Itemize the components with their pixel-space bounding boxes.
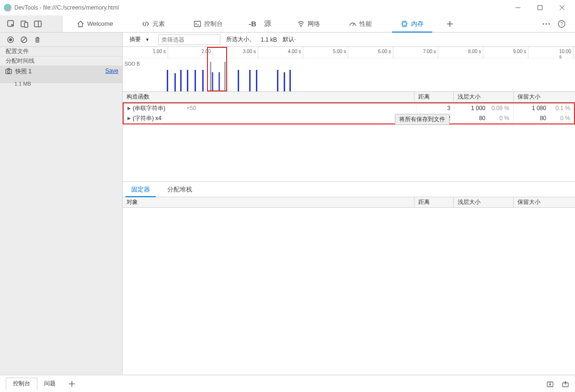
add-tab-button[interactable] [438,15,462,32]
class-filter-input[interactable] [158,34,220,45]
tabs-left-icons [0,15,62,32]
console-icon [194,20,201,28]
status-bar: 控制台 问题 [0,375,575,392]
col-shallow-lower[interactable]: 浅层大小 [454,197,514,207]
devtools-tabs: Welcome 元素 控制台 -B 源 网络 性能 内存 ? [0,15,575,33]
col-retained[interactable]: 保留大小 [514,92,575,102]
lower-table-header: 对象 距离 浅层大小 保留大小 [123,197,575,208]
svg-point-23 [543,23,544,24]
time-tick: 10.00 s [559,49,573,59]
tab-performance[interactable]: 性能 [334,15,386,32]
tab-network-label: 网络 [308,20,320,28]
row-name: (串联字符串) [133,104,165,112]
window-title: DevTools - file:///C:/screens/memory.htm… [14,4,119,11]
col-shallow[interactable]: 浅层大小 [454,92,514,102]
svg-line-11 [353,23,354,26]
tab-elements[interactable]: 元素 [127,15,179,32]
status-add[interactable] [62,378,81,390]
table-row[interactable]: ▶(串联字符串)×50 3 1 0000.09 % 1 0800.1 % [124,102,574,113]
col-constructor[interactable]: 构造函数 [123,92,414,102]
row-retained: 1 080 [532,105,546,112]
more-icon[interactable] [542,23,550,25]
svg-point-29 [9,38,12,41]
tab-sources[interactable]: -B 源 [237,15,283,32]
snapshot-name: 快照 1 [15,67,32,76]
delete-icon[interactable] [34,36,41,44]
minimize-button[interactable] [507,0,529,15]
time-tick: 4.00 s [288,49,303,54]
gauge-icon [349,20,356,28]
sources-prefix: -B [249,20,256,28]
svg-text:?: ? [560,22,563,27]
col-retained-lower[interactable]: 保留大小 [514,197,575,207]
svg-rect-6 [24,22,28,27]
filter-default-text: 默认· [283,35,296,44]
tab-memory-label: 内存 [411,20,424,28]
save-all-tooltip: 将所有保存到文件 [395,114,449,125]
tab-welcome[interactable]: Welcome [62,15,127,32]
wifi-icon [297,20,305,28]
memory-content: 摘要 所选大小。 1.1 kB 默认· 1.00 s 2.00 3.00 s 4… [123,33,575,375]
record-icon[interactable] [7,36,14,44]
tab-console-label: 控制台 [204,20,223,28]
time-tick: 5.00 s [333,49,348,54]
svg-line-31 [22,38,26,42]
time-tick: 6.00 s [378,49,393,54]
tab-retainers[interactable]: 固定器 [123,182,159,197]
help-icon[interactable]: ? [558,20,565,28]
tab-memory[interactable]: 内存 [386,15,438,32]
sidebar-toolbar [0,33,122,47]
window-title-bar: DevTools - file:///C:/screens/memory.htm… [0,0,575,15]
row-dist: 3 [447,105,450,112]
timeline-selection[interactable] [207,47,227,91]
filter-bar: 摘要 所选大小。 1.1 kB 默认· [123,33,575,47]
app-logo-icon [4,4,12,11]
table-row[interactable]: ▶(字符串) x4 12 800 % 800 % [124,113,574,123]
chip-icon [401,20,408,28]
col-distance-lower[interactable]: 距离 [414,197,454,207]
selected-size-label: 所选大小。 [226,35,255,44]
profiles-sidebar: 配置文件 分配时间线 快照 1 1.1 MB Save [0,33,123,375]
time-tick: 9.00 s [513,49,528,54]
snapshot-save-link[interactable]: Save [105,67,118,74]
svg-rect-7 [34,21,41,27]
time-tick: 1.00 s [153,49,168,54]
svg-rect-1 [538,6,542,10]
clear-icon[interactable] [20,36,28,44]
expand-arrow-icon[interactable]: ▶ [127,106,131,111]
snapshot-item[interactable]: 快照 1 1.1 MB Save [0,66,122,83]
home-icon [77,20,84,28]
col-distance[interactable]: 距离 [414,92,454,102]
expand-arrow-icon[interactable]: ▶ [127,116,131,121]
upload-icon[interactable] [562,380,569,388]
export-icon[interactable] [546,380,554,388]
profile-files-heading: 配置文件 [0,47,122,56]
tab-performance-label: 性能 [359,20,372,28]
row-retained-pct: 0.1 % [550,105,570,112]
row-shallow-pct: 0.09 % [489,105,509,112]
tab-alloc-stack[interactable]: 分配堆栈 [159,182,201,197]
tab-console[interactable]: 控制台 [179,15,237,32]
svg-point-24 [546,23,547,24]
status-issues[interactable]: 问题 [37,378,62,390]
tab-network[interactable]: 网络 [283,15,334,32]
retainers-table: 对象 距离 浅层大小 保留大小 [123,197,575,208]
maximize-button[interactable] [529,0,551,15]
device-icon[interactable] [20,20,29,28]
col-object[interactable]: 对象 [123,197,414,207]
inspect-icon[interactable] [7,20,15,28]
panel-toggle-icon[interactable] [34,20,42,28]
snapshot-icon [5,67,12,75]
row-shallow: 1 000 [471,105,485,112]
close-button[interactable] [551,0,573,15]
row-shallow-pct: 0 % [489,115,509,122]
tab-elements-label: 元素 [152,20,165,28]
snapshot-size: 1.1 MB [14,81,31,87]
status-console[interactable]: 控制台 [6,378,37,390]
view-dropdown[interactable]: 摘要 [125,34,152,45]
view-dropdown-label: 摘要 [129,35,141,44]
allocation-timeline[interactable]: 1.00 s 2.00 3.00 s 4.00 s 5.00 s 6.00 s … [123,47,575,92]
svg-point-25 [549,23,550,24]
row-retained: 80 [540,115,546,122]
svg-rect-12 [402,22,406,26]
